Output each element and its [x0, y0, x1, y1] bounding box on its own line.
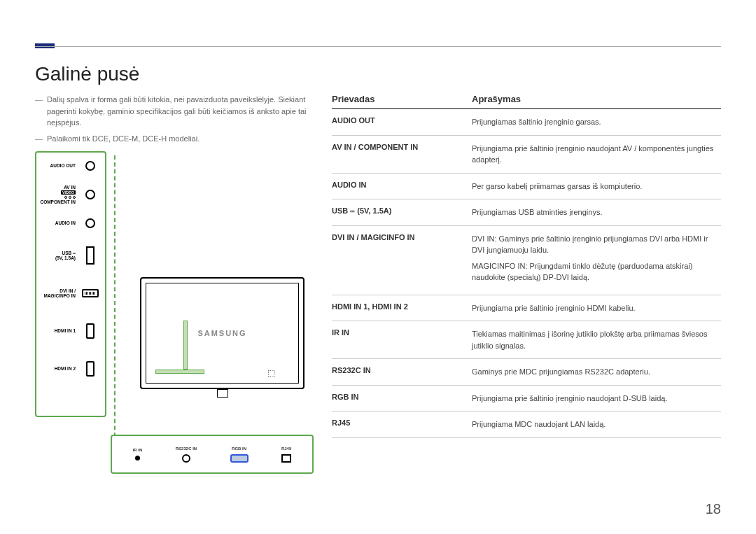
- dvi-in-label: DVI IN /: [36, 288, 76, 293]
- row-desc: DVI IN: Gaminys prie šaltinio įrenginio …: [472, 233, 721, 288]
- table-row: AUDIO IN Per garso kabelį priimamas gars…: [332, 174, 721, 200]
- row-port: AUDIO IN: [332, 181, 472, 192]
- port-rgb-in: RGB IN: [230, 447, 248, 463]
- row-port: AV IN / COMPONENT IN: [332, 143, 472, 166]
- port-label: RGB IN: [232, 447, 246, 451]
- table-header-port: Prievadas: [332, 94, 472, 104]
- hdmi-port-icon: [86, 361, 94, 377]
- table-header-desc: Aprašymas: [472, 94, 721, 104]
- left-column: ― Dalių spalva ir forma gali būti kitoki…: [35, 94, 315, 501]
- monitor-rear-illustration: SAMSUNG ⬚: [140, 277, 304, 389]
- port-rj45: RJ45: [281, 447, 291, 463]
- table-row: IR IN Tiekiamas maitinimas į išorinę jut…: [332, 321, 721, 359]
- port-label: RJ45: [281, 447, 291, 451]
- port-label: RS232C IN: [176, 447, 197, 451]
- port-label: AV IN VIDEO COMPONENT IN: [36, 185, 80, 204]
- row-port: HDMI IN 1, HDMI IN 2: [332, 302, 472, 314]
- row-port: AUDIO OUT: [332, 116, 472, 128]
- port-audio-in: AUDIO IN: [36, 210, 105, 237]
- row-port: IR IN: [332, 328, 472, 351]
- component-in-label: COMPONENT IN: [36, 199, 76, 204]
- usb-spec-label: (5V, 1.5A): [36, 255, 76, 260]
- row-desc: Per garso kabelį priimamas garsas iš kom…: [472, 181, 721, 192]
- note-1-text: Dalių spalva ir forma gali būti kitokia,…: [47, 94, 315, 129]
- row-desc-para2: MAGICINFO IN: Prijungdami tinklo dėžutę …: [472, 260, 721, 283]
- row-desc: Prijungiama prie šaltinio įrenginio naud…: [472, 393, 721, 405]
- table-row: USB ⎓ (5V, 1.5A) Prijungiamas USB atmint…: [332, 199, 721, 226]
- table-header-row: Prievadas Aprašymas: [332, 94, 721, 109]
- port-av-component-in: AV IN VIDEO COMPONENT IN: [36, 179, 105, 210]
- monitor-stand-icon: [217, 389, 228, 398]
- note-1: ― Dalių spalva ir forma gali būti kitoki…: [35, 94, 315, 129]
- rj45-port-icon: [281, 454, 291, 463]
- usb-port-label: USB ⎓ (5V, 1.5A): [332, 206, 391, 215]
- samsung-logo: SAMSUNG: [197, 329, 246, 337]
- port-dvi-magicinfo: DVI IN / MAGICINFO IN: [36, 274, 105, 312]
- usb-label: USB ⎓: [36, 251, 76, 255]
- usb-port-icon: [86, 246, 94, 265]
- row-port: RGB IN: [332, 393, 472, 405]
- port-hdmi-1: HDMI IN 1: [36, 312, 105, 350]
- ir-jack-icon: [135, 456, 140, 461]
- port-usb: USB ⎓ (5V, 1.5A): [36, 237, 105, 274]
- port-hdmi-2: HDMI IN 2: [36, 350, 105, 388]
- video-chip-icon: VIDEO: [61, 190, 76, 195]
- port-label: AUDIO OUT: [36, 163, 80, 168]
- table-row: RS232C IN Gaminys prie MDC prijungiamas …: [332, 359, 721, 386]
- notes-block: ― Dalių spalva ir forma gali būti kitoki…: [35, 94, 315, 144]
- note-2-text: Palaikomi tik DCE, DCE-M, DCE-H modeliai…: [47, 133, 200, 145]
- row-desc: Tiekiamas maitinimas į išorinę jutiklio …: [472, 328, 721, 351]
- table-row: AUDIO OUT Prijungiamas šaltinio įrengini…: [332, 109, 721, 136]
- av-in-label: AV IN: [36, 185, 76, 190]
- note-dash-icon: ―: [35, 133, 43, 145]
- table-row: AV IN / COMPONENT IN Prijungiama prie ša…: [332, 136, 721, 174]
- row-port: DVI IN / MAGICINFO IN: [332, 233, 472, 288]
- table-row: RGB IN Prijungiama prie šaltinio įrengin…: [332, 386, 721, 412]
- bottom-port-panel: IR IN RS232C IN RGB IN RJ45: [111, 435, 314, 474]
- audio-jack-icon: [85, 161, 95, 171]
- row-desc: Prijungiamas šaltinio įrenginio garsas.: [472, 116, 721, 128]
- port-label: HDMI IN 2: [36, 366, 80, 371]
- audio-jack-icon: [85, 190, 95, 199]
- note-2: ― Palaikomi tik DCE, DCE-M, DCE-H modeli…: [35, 133, 315, 145]
- port-label: IR IN: [133, 448, 143, 452]
- port-rs232c-in: RS232C IN: [176, 447, 197, 463]
- audio-jack-icon: [85, 218, 95, 228]
- row-desc: Prijungiamas USB atminties įrenginys.: [472, 206, 721, 218]
- row-desc: Gaminys prie MDC prijungiamas RS232C ada…: [472, 366, 721, 378]
- row-port: USB ⎓ (5V, 1.5A): [332, 206, 472, 218]
- row-desc-para1: DVI IN: Gaminys prie šaltinio įrenginio …: [472, 233, 721, 256]
- row-port: RS232C IN: [332, 366, 472, 378]
- table-row: RJ45 Prijungiama MDC naudojant LAN laidą…: [332, 412, 721, 438]
- content-area: ― Dalių spalva ir forma gali būti kitoki…: [35, 94, 721, 501]
- connector-line-vertical: [114, 155, 115, 451]
- hdmi-port-icon: [86, 323, 94, 339]
- row-port: RJ45: [332, 419, 472, 430]
- table-row: HDMI IN 1, HDMI IN 2 Prijungiama prie ša…: [332, 295, 721, 322]
- rs232c-jack-icon: [182, 454, 190, 463]
- port-label: USB ⎓ (5V, 1.5A): [36, 251, 80, 260]
- port-ir-in: IR IN: [133, 448, 143, 461]
- kensington-lock-icon: ⬚: [267, 368, 275, 378]
- header-rule: [35, 46, 721, 47]
- port-audio-out: AUDIO OUT: [36, 153, 105, 179]
- right-column: Prievadas Aprašymas AUDIO OUT Prijungiam…: [332, 94, 721, 501]
- note-dash-icon: ―: [35, 94, 43, 129]
- page-title: Galinė pusė: [35, 63, 721, 85]
- magicinfo-in-label: MAGICINFO IN: [36, 293, 76, 298]
- dvi-port-icon: [82, 289, 99, 297]
- table-row: DVI IN / MAGICINFO IN DVI IN: Gaminys pr…: [332, 226, 721, 295]
- diagram-area: AUDIO OUT AV IN VIDEO COMPONENT IN AUDIO…: [35, 151, 315, 501]
- row-desc: Prijungiama prie šaltinio įrenginio HDMI…: [472, 302, 721, 314]
- row-desc: Prijungiama prie šaltinio įrenginio naud…: [472, 143, 721, 166]
- row-desc: Prijungiama MDC naudojant LAN laidą.: [472, 419, 721, 430]
- ports-table: Prievadas Aprašymas AUDIO OUT Prijungiam…: [332, 94, 721, 438]
- page-number: 18: [706, 501, 721, 517]
- port-label: DVI IN / MAGICINFO IN: [36, 288, 80, 298]
- vga-port-icon: [230, 454, 248, 463]
- side-port-panel: AUDIO OUT AV IN VIDEO COMPONENT IN AUDIO…: [35, 151, 106, 417]
- port-label: HDMI IN 1: [36, 328, 80, 333]
- port-label: AUDIO IN: [36, 220, 80, 225]
